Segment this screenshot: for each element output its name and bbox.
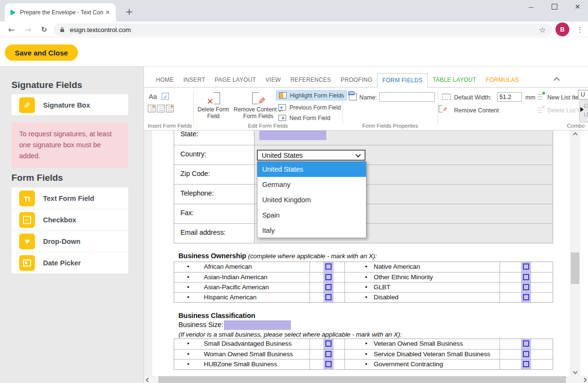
default-width-icon bbox=[442, 94, 451, 100]
checkbox-form-field[interactable] bbox=[523, 263, 529, 270]
text-form-field-item[interactable]: Tt Text Form Field bbox=[11, 187, 128, 209]
highlight-form-fields-button[interactable]: Highlight Form Fields bbox=[276, 90, 347, 100]
browser-tab-bar: Prepare the Envelope - Text Cont bbox=[0, 0, 588, 22]
scroll-right-button[interactable] bbox=[580, 376, 588, 383]
business-size-form-field[interactable] bbox=[224, 320, 291, 330]
table-row: HUBZone Small Business Government Contra… bbox=[174, 359, 553, 369]
default-width-input[interactable] bbox=[497, 92, 522, 102]
scroll-left-button[interactable] bbox=[144, 376, 152, 383]
remove-content-button[interactable]: Remove Content bbox=[454, 107, 499, 114]
new-tab-button[interactable] bbox=[123, 6, 135, 18]
delete-form-field-button[interactable]: ✕ Delete Form Field bbox=[194, 89, 233, 120]
insert-text-form-field-button[interactable]: Aa bbox=[149, 93, 157, 100]
browser-tab[interactable]: Prepare the Envelope - Text Cont bbox=[5, 3, 116, 22]
combo-expand-arrow-icon[interactable] bbox=[580, 107, 584, 112]
group-label-combo: Combo bbox=[567, 123, 588, 129]
table-row: Small Disadvantaged Business Veteran Own… bbox=[174, 339, 553, 349]
tab-page-layout[interactable]: PAGE LAYOUT bbox=[210, 73, 261, 87]
table-row: Country: United States United States Ger… bbox=[174, 145, 553, 164]
signature-fields-heading: Signature Fields bbox=[11, 80, 82, 90]
form-fields-list: Tt Text Form Field Checkbox Drop-Down Da… bbox=[11, 187, 128, 274]
drop-down-item[interactable]: Drop-Down bbox=[11, 230, 128, 252]
vertical-scrollbar[interactable] bbox=[570, 131, 580, 376]
dropdown-option[interactable]: United Kingdom bbox=[257, 192, 366, 208]
text-form-field-icon: Tt bbox=[19, 190, 35, 206]
combo-items-list[interactable]: U bbox=[578, 90, 588, 99]
bookmark-star-icon[interactable] bbox=[539, 25, 546, 34]
checkbox-form-field[interactable] bbox=[325, 340, 332, 347]
signature-pen-icon bbox=[19, 97, 35, 113]
delete-form-field-icon: ✕ bbox=[207, 92, 220, 105]
table-row: Hispanic American Disabled bbox=[174, 292, 553, 302]
ribbon-tab-bar: HOME INSERT PAGE LAYOUT VIEW REFERENCES … bbox=[144, 73, 588, 88]
table-row: Asian-Indian American Other Ethnic Minor… bbox=[174, 272, 553, 282]
state-form-field[interactable] bbox=[259, 131, 326, 140]
group-label-properties: Form Fields Properties bbox=[343, 123, 438, 129]
tab-close-icon[interactable] bbox=[103, 8, 112, 17]
new-list-item-icon bbox=[537, 93, 544, 100]
next-form-field-button[interactable]: Next Form Field bbox=[276, 113, 333, 123]
tab-form-fields[interactable]: FORM FIELDS bbox=[377, 73, 428, 88]
forward-button[interactable] bbox=[21, 23, 34, 36]
checkbox-form-field[interactable] bbox=[523, 294, 529, 300]
tab-view[interactable]: VIEW bbox=[261, 73, 286, 87]
form-fields-heading: Form Fields bbox=[11, 173, 63, 183]
group-label-insert: Insert Form Fields bbox=[146, 123, 193, 129]
dropdown-option[interactable]: Germany bbox=[257, 177, 366, 192]
checkbox-form-field[interactable] bbox=[325, 294, 332, 300]
checkbox-form-field[interactable] bbox=[523, 340, 529, 347]
tab-home[interactable]: HOME bbox=[151, 73, 178, 87]
horizontal-scroll-thumb[interactable] bbox=[158, 376, 566, 383]
checkbox-form-field[interactable] bbox=[325, 361, 332, 367]
insert-list-box-button[interactable] bbox=[157, 105, 165, 112]
browser-menu-icon[interactable] bbox=[574, 23, 586, 36]
country-select[interactable]: United States bbox=[257, 150, 366, 161]
unit-label: mm bbox=[525, 94, 535, 101]
insert-checkbox-button[interactable] bbox=[162, 93, 169, 100]
back-button[interactable] bbox=[5, 23, 18, 36]
date-picker-item[interactable]: Date Picker bbox=[11, 252, 128, 274]
checkbox-form-field[interactable] bbox=[325, 284, 332, 290]
profile-avatar[interactable]: B bbox=[555, 22, 569, 36]
browser-window: Prepare the Envelope - Text Cont esign.t… bbox=[0, 0, 588, 383]
signature-box-item[interactable]: Signature Box bbox=[11, 94, 128, 115]
insert-combo-box-button[interactable] bbox=[148, 105, 155, 112]
tab-table-layout[interactable]: TABLE LAYOUT bbox=[428, 73, 481, 87]
business-ownership-table: African American Native American Asian-I… bbox=[174, 262, 553, 303]
action-bar: Save and Close bbox=[0, 37, 588, 66]
remove-content-small-icon bbox=[439, 105, 446, 113]
tab-proofing[interactable]: PROOFING bbox=[336, 73, 377, 87]
scroll-down-button[interactable] bbox=[570, 368, 580, 376]
tab-formulas[interactable]: FORMULAS bbox=[481, 73, 523, 87]
signature-warning: To request signatures, at least one sign… bbox=[11, 122, 128, 168]
esign-app: Signature Fields Signature Box To reques… bbox=[0, 66, 588, 383]
window-maximize-button[interactable] bbox=[546, 1, 563, 12]
tab-references[interactable]: REFERENCES bbox=[286, 73, 336, 87]
checkbox-form-field[interactable] bbox=[523, 361, 529, 367]
dropdown-option[interactable]: Italy bbox=[257, 223, 366, 238]
insert-date-picker-button[interactable] bbox=[166, 105, 174, 112]
checkbox-form-field[interactable] bbox=[325, 274, 332, 280]
tab-insert[interactable]: INSERT bbox=[178, 73, 210, 87]
reload-button[interactable] bbox=[37, 23, 51, 36]
address-bar[interactable]: esign.textcontrol.com bbox=[54, 23, 553, 36]
business-classification-heading: Business Classification bbox=[178, 312, 255, 319]
window-close-button[interactable] bbox=[569, 1, 586, 12]
checkbox-item[interactable]: Checkbox bbox=[11, 209, 128, 230]
scroll-up-button[interactable] bbox=[570, 131, 580, 139]
vertical-scroll-thumb[interactable] bbox=[571, 252, 579, 284]
dropdown-option[interactable]: United States bbox=[257, 162, 366, 177]
table-row: Woman Owned Small Business Service Disab… bbox=[174, 349, 553, 359]
save-and-close-button[interactable]: Save and Close bbox=[5, 44, 78, 61]
checkbox-form-field[interactable] bbox=[325, 351, 332, 357]
checkbox-form-field[interactable] bbox=[523, 351, 529, 357]
document-page[interactable]: State: Country: United States United Sta… bbox=[144, 131, 588, 376]
name-input[interactable] bbox=[379, 92, 435, 102]
dropdown-option[interactable]: Spain bbox=[257, 208, 366, 223]
window-minimize-button[interactable] bbox=[523, 1, 539, 12]
checkbox-form-field[interactable] bbox=[325, 263, 332, 270]
checkbox-form-field[interactable] bbox=[523, 284, 529, 290]
horizontal-scrollbar[interactable] bbox=[144, 376, 588, 383]
checkbox-form-field[interactable] bbox=[523, 274, 529, 280]
previous-form-field-button[interactable]: Previous Form Field bbox=[276, 102, 343, 112]
